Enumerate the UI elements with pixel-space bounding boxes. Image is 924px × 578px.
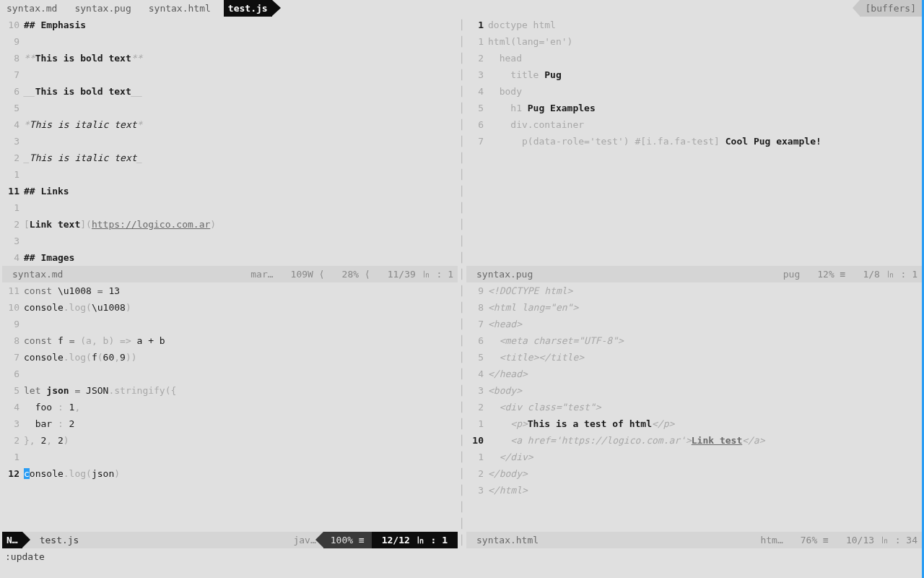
- editor-html[interactable]: 9<!DOCTYPE html>8<html lang="en">7<head>…: [466, 282, 922, 532]
- code-line[interactable]: 11const \u1008 = 13: [2, 282, 458, 299]
- code-line[interactable]: 6 div.container: [466, 116, 922, 133]
- line-number: 9: [2, 33, 24, 50]
- code-line[interactable]: [466, 166, 922, 183]
- status-position: 10/13 ㏑ : 34: [846, 532, 918, 548]
- code-line[interactable]: 1: [2, 449, 458, 465]
- code-line[interactable]: 11## Links: [2, 183, 458, 199]
- editor-markdown[interactable]: 10## Emphasis98**This is bold text**76__…: [2, 17, 458, 266]
- code-line[interactable]: 1 </div>: [466, 449, 922, 465]
- code-line[interactable]: 9<!DOCTYPE html>: [466, 282, 922, 299]
- line-number: 10: [466, 432, 488, 449]
- code-line[interactable]: [2, 482, 458, 499]
- line-number: 5: [2, 100, 24, 116]
- code-line[interactable]: 3: [2, 233, 458, 249]
- line-number: 1: [466, 415, 488, 432]
- code-line[interactable]: 3 bar : 2: [2, 415, 458, 432]
- command-line[interactable]: :update: [2, 548, 922, 561]
- line-number: 4: [2, 399, 24, 415]
- code-line[interactable]: 5let json = JSON.stringify({: [2, 382, 458, 399]
- code-line[interactable]: 12console.log(json): [2, 465, 458, 482]
- line-number: 9: [2, 316, 24, 332]
- tab-test-js[interactable]: test.js: [224, 0, 272, 17]
- code-line[interactable]: 2[Link text](https://logico.com.ar): [2, 216, 458, 233]
- line-number: 2: [2, 432, 24, 449]
- code-line[interactable]: 9: [2, 316, 458, 332]
- code-line[interactable]: 4*This is italic text*: [2, 116, 458, 133]
- code-line[interactable]: 4</head>: [466, 366, 922, 382]
- vertical-split[interactable]: ││││││││││││││││: [458, 17, 466, 282]
- line-number: 6: [466, 116, 488, 133]
- code-line[interactable]: [466, 499, 922, 515]
- pane-html[interactable]: 9<!DOCTYPE html>8<html lang="en">7<head>…: [466, 282, 922, 548]
- code-line[interactable]: [466, 249, 922, 266]
- code-line[interactable]: 7<head>: [466, 316, 922, 332]
- code-line[interactable]: [466, 183, 922, 199]
- vertical-split[interactable]: ││││││││││││││││: [458, 282, 466, 548]
- line-number: 4: [466, 366, 488, 382]
- code-line[interactable]: [466, 150, 922, 166]
- code-line[interactable]: 8**This is bold text**: [2, 50, 458, 66]
- code-line[interactable]: [466, 216, 922, 233]
- code-line[interactable]: 1doctype html: [466, 17, 922, 33]
- code-line[interactable]: 3<body>: [466, 382, 922, 399]
- tab-syntax-html[interactable]: syntax.html: [144, 0, 215, 17]
- code-line[interactable]: 5 <title></title>: [466, 349, 922, 366]
- status-filename: test.js: [34, 532, 85, 548]
- code-line[interactable]: 8const f = (a, b) => a + b: [2, 332, 458, 349]
- code-line[interactable]: 2}, 2, 2): [2, 432, 458, 449]
- code-line[interactable]: 1html(lang='en'): [466, 33, 922, 50]
- code-line[interactable]: 4 foo : 1,: [2, 399, 458, 415]
- status-filetype: mar…: [250, 266, 273, 282]
- editor-pug[interactable]: 1doctype html1html(lang='en')2 head3 tit…: [466, 17, 922, 266]
- pane-pug[interactable]: 1doctype html1html(lang='en')2 head3 tit…: [466, 17, 922, 282]
- code-line[interactable]: 2 <div class="test">: [466, 399, 922, 415]
- line-number: 8: [2, 50, 24, 66]
- code-line[interactable]: [466, 233, 922, 249]
- code-line[interactable]: 3</html>: [466, 482, 922, 499]
- line-number: 3: [2, 233, 24, 249]
- code-line[interactable]: 7console.log(f(60,9)): [2, 349, 458, 366]
- code-line[interactable]: 5: [2, 100, 458, 116]
- buffers-button[interactable]: [buffers]: [860, 0, 922, 17]
- status-percent: 28% ⟨: [342, 266, 370, 282]
- code-line[interactable]: 2</body>: [466, 465, 922, 482]
- pane-js[interactable]: 11const \u1008 = 1310console.log(\u1008)…: [2, 282, 458, 548]
- code-line[interactable]: [466, 515, 922, 532]
- code-line[interactable]: 4## Images: [2, 249, 458, 266]
- code-line[interactable]: [2, 515, 458, 532]
- code-line[interactable]: 10console.log(\u1008): [2, 299, 458, 316]
- status-js-active: N… test.js jav… 100% ≡ 12/12 ㏑ : 1: [2, 532, 458, 548]
- code-line[interactable]: 8<html lang="en">: [466, 299, 922, 316]
- code-line[interactable]: 1: [2, 199, 458, 216]
- code-line[interactable]: 7: [2, 66, 458, 83]
- line-number: 1: [466, 17, 488, 33]
- code-line[interactable]: 5 h1 Pug Examples: [466, 100, 922, 116]
- code-line[interactable]: 10## Emphasis: [2, 17, 458, 33]
- line-number: 6: [466, 332, 488, 349]
- code-line[interactable]: 10 <a href='https://logico.com.ar'>Link …: [466, 432, 922, 449]
- status-percent: 76% ≡: [801, 532, 829, 548]
- line-number: 7: [2, 349, 24, 366]
- tab-syntax-pug[interactable]: syntax.pug: [70, 0, 135, 17]
- editor-js[interactable]: 11const \u1008 = 1310console.log(\u1008)…: [2, 282, 458, 532]
- code-line[interactable]: 6: [2, 366, 458, 382]
- line-number: 8: [466, 299, 488, 316]
- status-pug: syntax.pug pug 12% ≡ 1/8 ㏑ : 1: [466, 266, 922, 282]
- code-line[interactable]: 4 body: [466, 83, 922, 100]
- code-line[interactable]: [2, 499, 458, 515]
- line-number: 1: [466, 449, 488, 465]
- code-line[interactable]: 9: [2, 33, 458, 50]
- code-line[interactable]: 7 p(data-role='test') #[i.fa.fa-test] Co…: [466, 133, 922, 150]
- code-line[interactable]: 3: [2, 133, 458, 150]
- code-line[interactable]: 1 <p>This is a test of html</p>: [466, 415, 922, 432]
- code-line[interactable]: 3 title Pug: [466, 66, 922, 83]
- pane-markdown[interactable]: 10## Emphasis98**This is bold text**76__…: [2, 17, 458, 282]
- line-number: 6: [2, 366, 24, 382]
- tab-syntax-md[interactable]: syntax.md: [2, 0, 61, 17]
- code-line[interactable]: 6 <meta charset="UTF-8">: [466, 332, 922, 349]
- code-line[interactable]: 1: [2, 166, 458, 183]
- code-line[interactable]: [466, 199, 922, 216]
- code-line[interactable]: 6__This is bold text__: [2, 83, 458, 100]
- code-line[interactable]: 2 head: [466, 50, 922, 66]
- code-line[interactable]: 2_This is italic text_: [2, 150, 458, 166]
